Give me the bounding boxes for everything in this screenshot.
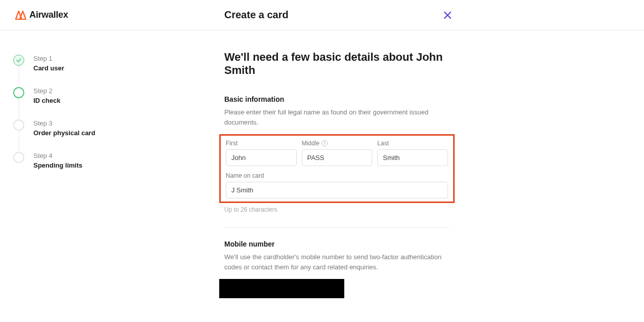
step-name: Card user — [33, 64, 64, 72]
name-on-card-input[interactable] — [226, 182, 448, 198]
page-heading: We'll need a few basic details about Joh… — [224, 51, 450, 77]
topbar: Airwallex Create a card — [0, 0, 644, 30]
name-on-card-helper: Up to 26 characters — [224, 206, 450, 213]
name-fields-highlight: First Middle i Last — [219, 134, 455, 203]
last-name-input[interactable] — [377, 149, 448, 166]
step-indicator-pending — [13, 152, 24, 163]
step-label: Step 3 — [33, 119, 95, 127]
mobile-desc: We'll use the cardholder's mobile number… — [224, 252, 450, 272]
basic-info-desc: Please enter their full legal name as fo… — [224, 107, 450, 127]
middle-name-field: Middle i — [302, 140, 373, 166]
steps-sidebar: Step 1 Card user Step 2 ID check Step 3 … — [0, 30, 132, 322]
first-name-input[interactable] — [226, 149, 297, 166]
step-label: Step 2 — [33, 87, 60, 95]
mobile-number-redacted — [219, 279, 344, 298]
name-on-card-field: Name on card — [226, 172, 448, 198]
step-indicator-done — [13, 55, 24, 66]
step-indicator-current — [13, 87, 24, 98]
step-indicator-pending — [13, 119, 24, 131]
middle-name-label: Middle — [302, 140, 319, 147]
step-label: Step 1 — [33, 55, 64, 62]
check-icon — [16, 58, 21, 63]
step-order-physical-card[interactable]: Step 3 Order physical card — [13, 119, 132, 152]
middle-name-input[interactable] — [302, 149, 373, 166]
first-name-label: First — [226, 140, 237, 147]
last-name-field: Last — [377, 140, 448, 166]
close-icon — [444, 11, 452, 19]
logo-mark-icon — [15, 11, 26, 20]
step-name: Order physical card — [33, 129, 95, 137]
first-name-field: First — [226, 140, 297, 166]
brand-name: Airwallex — [29, 10, 68, 20]
main-content: We'll need a few basic details about Joh… — [132, 30, 644, 322]
info-icon[interactable]: i — [321, 140, 328, 146]
basic-info-title: Basic information — [224, 95, 450, 103]
section-divider — [224, 227, 450, 228]
brand-logo: Airwallex — [15, 10, 68, 20]
page-title: Create a card — [224, 9, 289, 21]
step-spending-limits[interactable]: Step 4 Spending limits — [13, 152, 132, 184]
step-card-user[interactable]: Step 1 Card user — [13, 55, 132, 87]
name-on-card-label: Name on card — [226, 172, 448, 179]
mobile-title: Mobile number — [224, 240, 450, 248]
step-label: Step 4 — [33, 152, 83, 159]
step-name: ID check — [33, 97, 60, 104]
step-id-check[interactable]: Step 2 ID check — [13, 87, 132, 119]
close-button[interactable] — [441, 9, 454, 21]
step-name: Spending limits — [33, 162, 83, 169]
last-name-label: Last — [377, 140, 389, 147]
